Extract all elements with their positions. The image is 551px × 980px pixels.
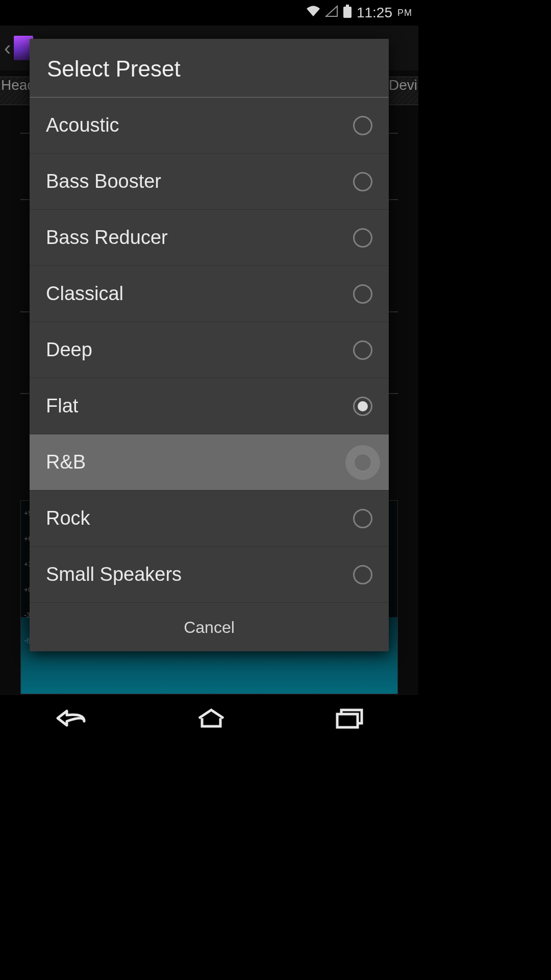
back-icon[interactable]: ‹	[4, 37, 11, 60]
preset-option[interactable]: Flat	[30, 378, 389, 434]
preset-label: Deep	[46, 339, 353, 361]
radio-icon[interactable]	[353, 509, 372, 528]
cancel-button[interactable]: Cancel	[30, 603, 389, 651]
back-button[interactable]	[53, 708, 89, 730]
radio-icon[interactable]	[353, 228, 372, 248]
radio-icon[interactable]	[353, 172, 372, 191]
preset-label: Bass Booster	[46, 170, 353, 192]
cell-signal-icon	[325, 5, 338, 21]
preset-label: Acoustic	[46, 114, 353, 136]
home-button[interactable]	[195, 708, 228, 730]
svg-rect-0	[343, 7, 352, 18]
select-preset-dialog: Select Preset AcousticBass BoosterBass R…	[30, 39, 389, 651]
radio-icon[interactable]	[353, 565, 372, 584]
preset-option[interactable]: Small Speakers	[30, 547, 389, 603]
preset-option[interactable]: Acoustic	[30, 97, 389, 154]
preset-label: Classical	[46, 283, 353, 305]
dialog-title: Select Preset	[30, 39, 389, 97]
status-time: 11:25	[357, 5, 392, 21]
preset-option[interactable]: Deep	[30, 322, 389, 378]
preset-label: Small Speakers	[46, 564, 353, 585]
radio-icon[interactable]	[353, 397, 372, 416]
radio-icon[interactable]	[353, 284, 372, 304]
wifi-icon	[306, 5, 321, 21]
preset-option[interactable]: Classical	[30, 266, 389, 322]
preset-option[interactable]: R&B	[30, 434, 389, 491]
status-bar: 11:25 PM	[0, 0, 418, 26]
tab-right-partial[interactable]: Devi	[389, 77, 417, 105]
preset-label: Bass Reducer	[46, 227, 353, 249]
radio-icon[interactable]	[353, 116, 372, 135]
radio-icon[interactable]	[353, 340, 372, 360]
preset-label: Flat	[46, 395, 353, 417]
preset-option[interactable]: Bass Booster	[30, 154, 389, 210]
svg-rect-2	[337, 714, 358, 727]
preset-label: R&B	[46, 451, 353, 473]
svg-rect-1	[346, 5, 349, 7]
recents-button[interactable]	[333, 707, 366, 731]
navigation-bar	[0, 694, 418, 743]
battery-icon	[342, 5, 353, 21]
preset-option[interactable]: Bass Reducer	[30, 210, 389, 266]
preset-label: Rock	[46, 507, 353, 529]
preset-option[interactable]: Rock	[30, 491, 389, 547]
status-ampm: PM	[397, 8, 412, 18]
radio-icon[interactable]	[353, 453, 372, 472]
preset-list: AcousticBass BoosterBass ReducerClassica…	[30, 97, 389, 603]
